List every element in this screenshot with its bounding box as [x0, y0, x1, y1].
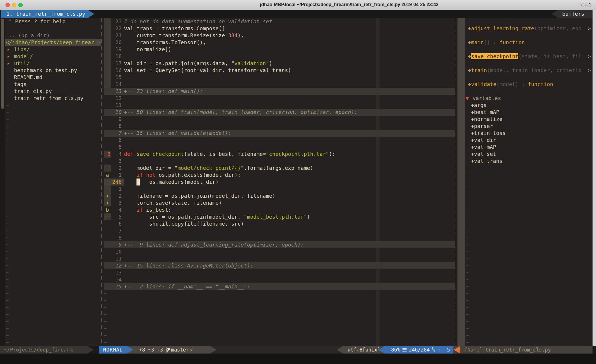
folded-line[interactable]: 12+-- 15 lines: class AverageMeter(objec… [104, 262, 455, 269]
tagbar-scrollbar[interactable] [457, 18, 465, 346]
code-line[interactable]: 17val_dir = os.path.join(args.data, "val… [104, 60, 455, 67]
tilde-marker: ~ [6, 165, 9, 172]
folded-line[interactable]: 13+-- 73 lines: def main(): [104, 88, 455, 95]
folded-line[interactable]: 7+-- 35 lines: def validate(model): [104, 130, 455, 137]
tree-item-READMEmd[interactable]: README.md [5, 74, 101, 81]
code-line[interactable]: 18 [104, 53, 455, 60]
code-line[interactable]: 13 [104, 269, 455, 276]
code-line[interactable]: 10 [104, 248, 455, 255]
tagbar-item-adjust_learning_rate[interactable]: +adjust_learning_rate(optimizer, epo> [465, 25, 593, 32]
tree-dim[interactable]: .. (up a dir) [5, 32, 101, 39]
code-line[interactable]: 5 [104, 144, 455, 151]
fold-summary-text: +-- 2 lines: if __name__ == "__main__": [124, 283, 250, 290]
code-line[interactable]: 16val_set = QuerySet(root=val_dir, trans… [104, 67, 455, 74]
line-number: 4 [111, 206, 122, 213]
tilde-marker: ~ [6, 213, 9, 220]
tagbar-item-train_loss[interactable]: +train_loss [465, 130, 593, 137]
code-line[interactable]: +3 torch.save(state, filename) [104, 199, 455, 206]
code-line[interactable]: 7 [104, 227, 455, 234]
empty-line: ~ [104, 339, 455, 346]
tagbar-item-val_mAP[interactable]: +val_mAP [465, 144, 593, 151]
left-scrollbar[interactable] [0, 18, 5, 346]
code-line[interactable]: 22val_trans = transforms.Compose([ [104, 25, 455, 32]
code-line[interactable]: 6 shutil.copyfile(filename, src) [104, 220, 455, 227]
code-text: if is_best: [124, 206, 171, 213]
code-line[interactable]: +2 filename = os.path.join(model_dir, fi… [104, 192, 455, 199]
code-text: def save_checkpoint(state, is_best, file… [124, 151, 335, 158]
code-line[interactable]: 15 [104, 74, 455, 81]
buffers-button[interactable]: buffers [558, 10, 593, 18]
tab-train-retr-from-cls[interactable]: 1. train_retr_from_cls.py [1, 10, 88, 18]
line-number: 9 [111, 241, 122, 248]
tree-item-tags[interactable]: tags [5, 81, 101, 88]
line-number: 6 [111, 220, 122, 227]
tagbar-section-label: variables [473, 95, 501, 102]
code-line[interactable]: 19 normalize]) [104, 46, 455, 53]
tree-item-train_clspy[interactable]: train_cls.py [5, 88, 101, 95]
gitgutter-sign-cell [104, 67, 111, 74]
code-line[interactable]: 20 transforms.ToTensor(), [104, 39, 455, 46]
code-line[interactable]: 3 [104, 158, 455, 165]
tilde-marker: ~ [6, 248, 9, 255]
window-zoom-button[interactable] [18, 3, 23, 7]
left-scrollbar-thumb[interactable] [1, 19, 4, 109]
folded-line[interactable]: 10+-- 50 lines: def train(model, train_l… [104, 109, 455, 116]
code-line[interactable]: 8 [104, 234, 455, 241]
code-line[interactable]: 14 [104, 276, 455, 283]
tilde-marker: ~ [466, 332, 469, 339]
code-line[interactable]: 9 [104, 116, 455, 123]
tilde-marker: ~ [466, 179, 469, 185]
tilde-marker: ~ [466, 234, 469, 241]
buffers-arrow-icon [552, 10, 558, 18]
window-minimize-button[interactable] [12, 3, 16, 7]
code-line[interactable]: 23# do not do data augmentation on valid… [104, 18, 455, 25]
empty-line: ~ [465, 304, 593, 311]
tagbar-item-save_checkpoint[interactable]: +save_checkpoint(state, is_best, fil> [465, 53, 593, 60]
code-line[interactable]: 246 os.makedirs(model_dir) [104, 179, 455, 185]
folded-line[interactable]: 9+-- 9 lines: def adjust_learning_rate(o… [104, 241, 455, 248]
window-separator-left[interactable] [101, 18, 102, 346]
code-line[interactable]: b4 if is_best: [104, 206, 455, 213]
tree-root[interactable]: </jdhao/Projects/deep_firear> [5, 39, 101, 46]
code-line[interactable]: 8 [104, 123, 455, 130]
tilde-marker: ~ [6, 283, 9, 290]
empty-line: ~ [5, 255, 101, 262]
code-line[interactable]: ~2 model_dir = "model/check_point/{}".fo… [104, 165, 455, 172]
tree-item-train_retr_from_clspy[interactable]: train_retr_from_cls.py [5, 95, 101, 102]
tagbar-item-best_mAP[interactable]: +best_mAP [465, 109, 593, 116]
empty-line: ~ [5, 234, 101, 241]
tagbar-item-main[interactable]: +main() : function [465, 39, 593, 46]
tagbar-item-val_dir[interactable]: +val_dir [465, 137, 593, 144]
command-line[interactable] [0, 354, 596, 364]
code-line[interactable]: 12 [104, 95, 455, 102]
window-separator-right[interactable] [456, 18, 456, 346]
code-line[interactable]: 11 [104, 255, 455, 262]
tree-item-libs[interactable]: ▸libs/ [5, 46, 101, 53]
tagbar-item-validate[interactable]: +validate(model) : function [465, 81, 593, 88]
tree-item-benchmark_on_testpy[interactable]: benchmark_on_test.py [5, 67, 101, 74]
tagbar-item-parser[interactable]: +parser [465, 123, 593, 130]
tagbar-item-normalize[interactable]: +normalize [465, 116, 593, 123]
code-line[interactable]: 11 [104, 102, 455, 109]
tree-item-util[interactable]: ▸util/ [5, 60, 101, 67]
tagbar-item-val_trans[interactable]: +val_trans [465, 158, 593, 165]
empty-line: ~ [104, 332, 455, 339]
tilde-marker: ~ [104, 332, 107, 339]
empty-line: ~ [465, 227, 593, 234]
window-close-button[interactable] [6, 3, 10, 7]
code-line[interactable]: ~5 src = os.path.join(model_dir, "model_… [104, 213, 455, 220]
code-line[interactable]: 6 [104, 137, 455, 144]
empty-line: ~ [5, 116, 101, 123]
code-line[interactable]: 14 [104, 81, 455, 88]
folded-line[interactable]: 15+-- 2 lines: if __name__ == "__main__"… [104, 283, 455, 290]
code-line[interactable]: 1 [104, 185, 455, 192]
tagbar-item-args[interactable]: +args [465, 102, 593, 109]
tagbar-item-val_set[interactable]: +val_set [465, 151, 593, 158]
code-line[interactable]: _34def save_checkpoint(state, is_best, f… [104, 151, 455, 158]
code-line[interactable]: a1 if not os.path.exists(model_dir): [104, 172, 455, 179]
statusline-colon: : [437, 346, 440, 354]
right-scrollbar[interactable] [593, 10, 596, 364]
code-line[interactable]: 21 custom_transform.Resize(size=384), [104, 32, 455, 39]
tagbar-item-train[interactable]: +train(model, train_loader, criterio> [465, 67, 593, 74]
tree-item-model[interactable]: ▸model/ [5, 53, 101, 60]
